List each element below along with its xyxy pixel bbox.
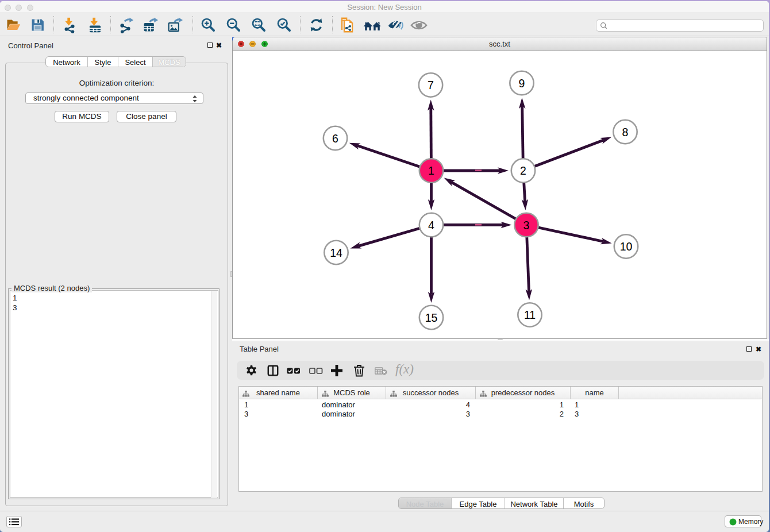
svg-text:11: 11 bbox=[524, 309, 536, 321]
svg-text:4: 4 bbox=[428, 219, 434, 232]
svg-text:6: 6 bbox=[332, 132, 338, 145]
svg-text:7: 7 bbox=[428, 79, 434, 91]
svg-text:1: 1 bbox=[428, 164, 434, 177]
svg-text:9: 9 bbox=[519, 77, 525, 90]
svg-text:3: 3 bbox=[523, 219, 530, 232]
svg-text:14: 14 bbox=[330, 246, 342, 259]
svg-text:8: 8 bbox=[622, 126, 629, 138]
svg-text:10: 10 bbox=[620, 240, 633, 253]
svg-text:15: 15 bbox=[425, 311, 438, 324]
svg-text:2: 2 bbox=[520, 164, 526, 177]
